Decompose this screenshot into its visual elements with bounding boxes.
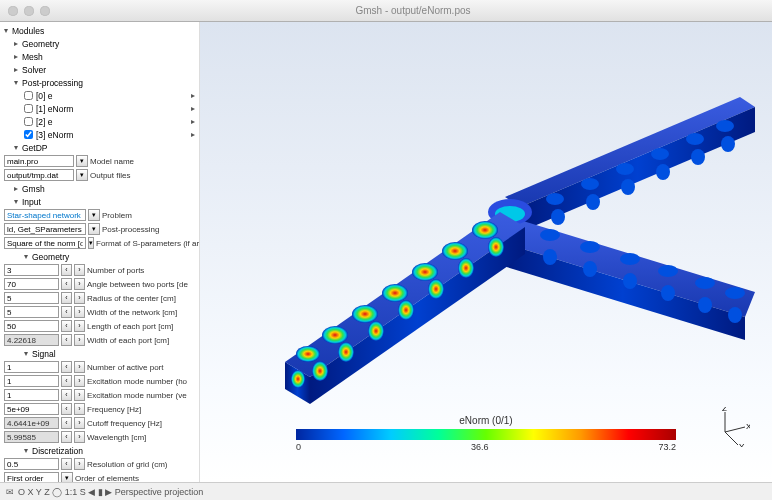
step-up[interactable]: › bbox=[74, 389, 85, 401]
expand-icon[interactable]: ▾ bbox=[24, 252, 32, 261]
select-button[interactable]: ▾ bbox=[88, 209, 100, 221]
expand-icon[interactable]: ▸ bbox=[14, 52, 22, 61]
step-down[interactable]: ‹ bbox=[61, 431, 72, 443]
expand-icon[interactable]: ▸ bbox=[14, 65, 22, 74]
postproc-input[interactable] bbox=[4, 223, 86, 235]
svg-point-43 bbox=[398, 300, 414, 320]
svg-text:Z: Z bbox=[722, 407, 727, 413]
step-down[interactable]: ‹ bbox=[61, 375, 72, 387]
view-checkbox[interactable] bbox=[24, 130, 33, 139]
step-up[interactable]: › bbox=[74, 403, 85, 415]
tree-geometry-sub[interactable]: ▾Geometry bbox=[0, 250, 199, 263]
radius-input[interactable] bbox=[4, 292, 59, 304]
angle-input[interactable] bbox=[4, 278, 59, 290]
step-down[interactable]: ‹ bbox=[61, 361, 72, 373]
view-checkbox[interactable] bbox=[24, 91, 33, 100]
tree-discretization[interactable]: ▾Discretization bbox=[0, 444, 199, 457]
select-button[interactable]: ▾ bbox=[76, 169, 88, 181]
step-down[interactable]: ‹ bbox=[61, 417, 72, 429]
step-down[interactable]: ‹ bbox=[61, 264, 72, 276]
view-item[interactable]: [3] eNorm▸ bbox=[0, 128, 199, 141]
view-checkbox[interactable] bbox=[24, 104, 33, 113]
problem-input[interactable] bbox=[4, 209, 86, 221]
select-button[interactable]: ▾ bbox=[76, 155, 88, 167]
tree-postproc[interactable]: ▾Post-processing bbox=[0, 76, 199, 89]
step-up[interactable]: › bbox=[74, 292, 85, 304]
step-down[interactable]: ‹ bbox=[61, 334, 72, 346]
msg-icon[interactable]: ✉ bbox=[6, 487, 14, 497]
format-input[interactable] bbox=[4, 237, 86, 249]
step-up[interactable]: › bbox=[74, 375, 85, 387]
traffic-lights[interactable] bbox=[8, 6, 50, 16]
svg-point-17 bbox=[580, 241, 600, 253]
expand-icon[interactable]: ▾ bbox=[4, 26, 12, 35]
tree-solver[interactable]: ▸Solver bbox=[0, 63, 199, 76]
output-files-input[interactable] bbox=[4, 169, 74, 181]
tree-getdp[interactable]: ▾GetDP bbox=[0, 141, 199, 154]
tree-input[interactable]: ▾Input bbox=[0, 195, 199, 208]
step-up[interactable]: › bbox=[74, 306, 85, 318]
step-down[interactable]: ‹ bbox=[61, 278, 72, 290]
order-input[interactable] bbox=[4, 472, 59, 482]
expand-icon[interactable]: ▾ bbox=[24, 349, 32, 358]
expand-icon[interactable]: ▾ bbox=[14, 197, 22, 206]
res-input[interactable] bbox=[4, 458, 59, 470]
viewport-3d[interactable]: eNorm (0/1) 0 36.6 73.2 Z X Y bbox=[200, 22, 772, 482]
tree-modules[interactable]: ▾Modules bbox=[0, 24, 199, 37]
step-down[interactable]: ‹ bbox=[61, 458, 72, 470]
svg-point-13 bbox=[721, 136, 735, 152]
tree-gmsh[interactable]: ▸Gmsh bbox=[0, 182, 199, 195]
step-down[interactable]: ‹ bbox=[61, 306, 72, 318]
expand-icon[interactable]: ▾ bbox=[14, 78, 22, 87]
statusbar[interactable]: ✉ O X Y Z ◯ 1:1 S ◀ ▮ ▶ Perspective proj… bbox=[0, 482, 772, 500]
select-button[interactable]: ▾ bbox=[88, 237, 94, 249]
minimize-light[interactable] bbox=[24, 6, 34, 16]
freq-input[interactable] bbox=[4, 403, 59, 415]
expand-icon[interactable]: ▾ bbox=[14, 143, 22, 152]
mode-ho-input[interactable] bbox=[4, 375, 59, 387]
step-up[interactable]: › bbox=[74, 417, 85, 429]
mode-ve-input[interactable] bbox=[4, 389, 59, 401]
svg-point-10 bbox=[621, 179, 635, 195]
svg-point-33 bbox=[472, 221, 498, 239]
expand-icon[interactable]: ▸ bbox=[14, 39, 22, 48]
step-down[interactable]: ‹ bbox=[61, 320, 72, 332]
select-button[interactable]: ▾ bbox=[61, 472, 73, 482]
tree-signal[interactable]: ▾Signal bbox=[0, 347, 199, 360]
step-down[interactable]: ‹ bbox=[61, 389, 72, 401]
select-button[interactable]: ▾ bbox=[88, 223, 100, 235]
svg-line-50 bbox=[725, 427, 745, 432]
view-item[interactable]: [0] e▸ bbox=[0, 89, 199, 102]
step-up[interactable]: › bbox=[74, 264, 85, 276]
model-name-input[interactable] bbox=[4, 155, 74, 167]
view-checkbox[interactable] bbox=[24, 117, 33, 126]
submenu-icon[interactable]: ▸ bbox=[191, 117, 195, 126]
zoom-light[interactable] bbox=[40, 6, 50, 16]
view-item[interactable]: [1] eNorm▸ bbox=[0, 102, 199, 115]
step-up[interactable]: › bbox=[74, 431, 85, 443]
num-ports-input[interactable] bbox=[4, 264, 59, 276]
step-up[interactable]: › bbox=[74, 361, 85, 373]
step-down[interactable]: ‹ bbox=[61, 292, 72, 304]
step-up[interactable]: › bbox=[74, 320, 85, 332]
close-light[interactable] bbox=[8, 6, 18, 16]
svg-point-45 bbox=[338, 342, 354, 362]
submenu-icon[interactable]: ▸ bbox=[191, 91, 195, 100]
svg-point-40 bbox=[488, 237, 504, 257]
view-item[interactable]: [2] e▸ bbox=[0, 115, 199, 128]
submenu-icon[interactable]: ▸ bbox=[191, 130, 195, 139]
width-port-input bbox=[4, 334, 59, 346]
step-up[interactable]: › bbox=[74, 458, 85, 470]
svg-point-38 bbox=[322, 326, 348, 344]
submenu-icon[interactable]: ▸ bbox=[191, 104, 195, 113]
tree-mesh[interactable]: ▸Mesh bbox=[0, 50, 199, 63]
width-net-input[interactable] bbox=[4, 306, 59, 318]
step-up[interactable]: › bbox=[74, 334, 85, 346]
expand-icon[interactable]: ▸ bbox=[14, 184, 22, 193]
tree-geometry[interactable]: ▸Geometry bbox=[0, 37, 199, 50]
step-up[interactable]: › bbox=[74, 278, 85, 290]
step-down[interactable]: ‹ bbox=[61, 403, 72, 415]
expand-icon[interactable]: ▾ bbox=[24, 446, 32, 455]
active-port-input[interactable] bbox=[4, 361, 59, 373]
length-port-input[interactable] bbox=[4, 320, 59, 332]
